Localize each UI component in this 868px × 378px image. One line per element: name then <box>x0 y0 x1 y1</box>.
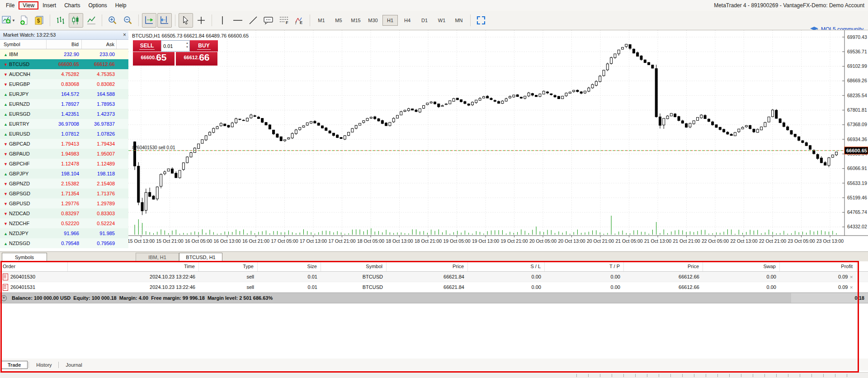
expand-plus-icon[interactable]: + <box>1 295 7 301</box>
market-watch-row[interactable]: ▼GBPCHF1.124781.12489 <box>0 159 128 169</box>
market-watch-row[interactable]: ▼GBPNZD2.153822.15408 <box>0 179 128 189</box>
candle-body <box>790 131 793 134</box>
time-axis-label: 23 Oct 05:00 <box>788 238 815 244</box>
order-row[interactable]: 2604015302024.10.23 13:22:46sell0.01BTCU… <box>0 272 868 282</box>
fibonacci-tool-button[interactable]: F <box>277 13 291 28</box>
orders-col-type[interactable]: Type <box>199 261 258 271</box>
order-cell: 0.00 <box>545 274 624 279</box>
terminal-tab-journal[interactable]: Journal <box>61 361 88 369</box>
volume-stepper[interactable]: ▲▼ <box>186 41 189 49</box>
cursor-button[interactable] <box>179 13 193 28</box>
orders-col-price[interactable]: Price <box>624 261 703 271</box>
market-watch-row[interactable]: ▲EURUSD1.078121.07826 <box>0 129 128 139</box>
candlestick-mode-button[interactable] <box>69 13 83 28</box>
orders-col-price[interactable]: Price <box>387 261 468 271</box>
menu-file[interactable]: File <box>2 1 19 9</box>
tab-symbols[interactable]: Symbols <box>2 253 47 262</box>
close-order-icon[interactable]: ✕ <box>849 275 853 279</box>
tab-ibm-h1[interactable]: IBM, H1 <box>136 253 179 262</box>
timeframe-d1[interactable]: D1 <box>417 15 432 26</box>
column-header-symbol[interactable]: Symbol <box>0 40 47 49</box>
orders-col-order[interactable]: Order <box>0 261 68 271</box>
timeframe-m5[interactable]: M5 <box>331 15 346 26</box>
terminal-tab-trade[interactable]: Trade <box>1 361 28 369</box>
tab-btcusd-h1[interactable]: BTCUSD, H1 <box>179 253 222 262</box>
buy-button[interactable]: BUY <box>190 40 218 52</box>
chart-area[interactable]: 15 Oct 13:0015 Oct 21:0016 Oct 05:0016 O… <box>128 30 868 252</box>
market-watch-row[interactable]: ▲NZDSGD0.795480.79569 <box>0 238 128 248</box>
terminal-tab-history[interactable]: History <box>31 361 57 369</box>
candle-body <box>246 118 249 121</box>
menu-charts[interactable]: Charts <box>60 1 84 9</box>
market-watch-row[interactable]: ▼GBPCAD1.794131.79434 <box>0 139 128 149</box>
market-watch-row[interactable]: ▼GBPSGD1.713541.71376 <box>0 189 128 198</box>
time-axis-label: 15 Oct 21:00 <box>156 238 183 244</box>
market-watch-row[interactable]: ▼BTCUSD66600.6566612.66 <box>0 59 128 69</box>
market-watch-row[interactable]: ▲IBM232.90233.00 <box>0 49 128 59</box>
line-chart-mode-button[interactable] <box>84 13 99 28</box>
menu-insert[interactable]: Insert <box>38 1 60 9</box>
orders-col-swap[interactable]: Swap <box>703 261 780 271</box>
new-order-button[interactable] <box>17 13 31 28</box>
zoom-in-button[interactable] <box>105 13 120 28</box>
orders-col-size[interactable]: Size <box>258 261 321 271</box>
orders-col-time[interactable]: Time <box>68 261 199 271</box>
buy-price[interactable]: 66612.66 <box>176 52 217 66</box>
text-label-tool-button[interactable] <box>261 13 276 28</box>
candlestick-chart[interactable]: 15 Oct 13:0015 Oct 21:0016 Oct 05:0016 O… <box>128 30 868 252</box>
sell-price[interactable]: 66600.65 <box>133 52 175 66</box>
market-watch-row[interactable]: ▼NZDCHF0.522200.52224 <box>0 218 128 228</box>
orders-col-sl[interactable]: S / L <box>468 261 545 271</box>
timeframe-m30[interactable]: M30 <box>365 15 381 26</box>
zoom-out-button[interactable] <box>121 13 135 28</box>
market-watch-row[interactable]: ▼GBPAUD1.949831.95007 <box>0 149 128 159</box>
market-watch-row[interactable]: ▲EURNZD1.789271.78953 <box>0 99 128 109</box>
market-watch-row[interactable]: ▼NZDCAD0.832970.83303 <box>0 208 128 218</box>
chart-shift-button[interactable] <box>157 13 172 28</box>
candle-body <box>498 101 500 103</box>
candle-body <box>753 129 755 132</box>
indicators-button[interactable]: Ef <box>292 13 307 28</box>
orders-col-tp[interactable]: T / P <box>545 261 624 271</box>
arrow-up-icon: ▲ <box>4 119 9 129</box>
symbols-button[interactable]: $ <box>32 13 47 28</box>
orders-col-profit[interactable]: Profit <box>780 261 857 271</box>
strip-tick <box>647 374 647 377</box>
column-header-ask[interactable]: Ask <box>82 40 117 49</box>
timeframe-h4[interactable]: H4 <box>400 15 415 26</box>
market-watch-row[interactable]: ▼AUDCNH4.752824.75353 <box>0 69 128 79</box>
market-watch-row[interactable]: ▲EURTRY36.9700836.97837 <box>0 119 128 129</box>
horizontal-line-tool-button[interactable] <box>231 13 245 28</box>
market-watch-row[interactable]: ▼GBPUSD1.297761.29789 <box>0 198 128 208</box>
trendline-tool-button[interactable] <box>246 13 260 28</box>
chevron-down-icon[interactable]: ▼ <box>12 19 15 23</box>
close-order-icon[interactable]: ✕ <box>849 285 853 290</box>
menu-help[interactable]: Help <box>111 1 131 9</box>
volume-input[interactable] <box>161 43 182 49</box>
market-watch-row[interactable]: ▲NZDJPY91.96691.985 <box>0 228 128 238</box>
market-watch-row[interactable]: ▲EURSGD1.423511.42373 <box>0 109 128 119</box>
timeframe-m15[interactable]: M15 <box>348 15 363 26</box>
tile-windows-button[interactable] <box>474 13 488 28</box>
ask-value: 0.83082 <box>82 79 117 89</box>
order-ticket-icon <box>3 284 8 291</box>
crosshair-button[interactable] <box>194 13 208 28</box>
timeframe-w1[interactable]: W1 <box>434 15 449 26</box>
auto-scroll-button[interactable] <box>142 13 156 28</box>
timeframe-h1[interactable]: H1 <box>382 15 398 26</box>
menu-options[interactable]: Options <box>85 1 111 9</box>
close-icon[interactable]: × <box>123 31 126 38</box>
menu-view[interactable]: View <box>19 1 38 9</box>
order-row[interactable]: 2604015312024.10.23 13:22:46sell0.01BTCU… <box>0 282 868 293</box>
timeframe-mn[interactable]: MN <box>451 15 467 26</box>
vertical-line-tool-button[interactable] <box>215 13 230 28</box>
market-watch-row[interactable]: ▲GBPJPY198.104198.118 <box>0 169 128 179</box>
sell-button[interactable]: SELL <box>133 40 161 52</box>
new-chart-button[interactable]: ▼ <box>1 13 16 28</box>
market-watch-row[interactable]: ▼EURGBP0.830680.83082 <box>0 79 128 89</box>
column-header-bid[interactable]: Bid <box>47 40 82 49</box>
timeframe-m1[interactable]: M1 <box>314 15 329 26</box>
bar-chart-mode-button[interactable] <box>53 13 68 28</box>
market-watch-row[interactable]: ▲EURJPY164.572164.588 <box>0 89 128 99</box>
orders-col-symbol[interactable]: Symbol <box>321 261 387 271</box>
